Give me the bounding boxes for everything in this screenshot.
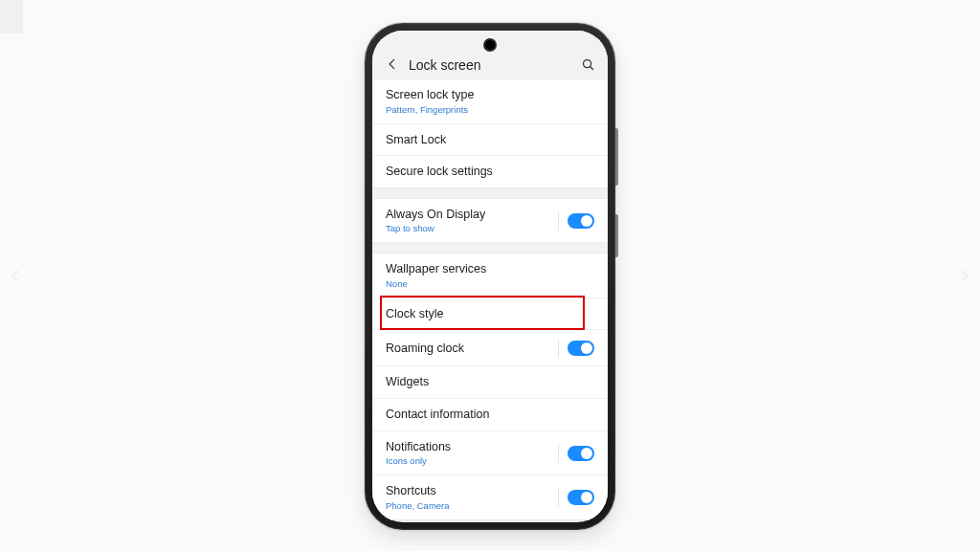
settings-group: Screen lock typePattern, FingerprintsSma…	[372, 78, 608, 188]
row-subtitle: None	[386, 278, 486, 290]
row-labels: Widgets	[386, 375, 429, 390]
settings-row-secure-lock[interactable]: Secure lock settings	[372, 155, 608, 187]
toggle-wrap	[554, 488, 594, 507]
row-title: Widgets	[386, 375, 429, 390]
row-title: Contact information	[386, 408, 489, 423]
phone-screen: Lock screen Screen lock typePattern, Fin…	[372, 31, 608, 522]
toggle-wrap	[554, 444, 594, 463]
app-bar: Lock screen	[372, 31, 608, 78]
row-title: Secure lock settings	[386, 165, 493, 180]
settings-row-notifications[interactable]: NotificationsIcons only	[372, 430, 608, 475]
row-title: Roaming clock	[386, 342, 464, 357]
toggle-divider	[558, 488, 559, 507]
page-title: Lock screen	[409, 57, 579, 73]
settings-row-always-on-display[interactable]: Always On DisplayTap to show	[372, 199, 608, 243]
settings-row-screen-lock-type[interactable]: Screen lock typePattern, Fingerprints	[372, 79, 608, 123]
row-labels: Clock style	[386, 307, 443, 322]
toggle-switch[interactable]	[568, 490, 594, 505]
settings-list: Screen lock typePattern, FingerprintsSma…	[372, 78, 608, 522]
row-subtitle: Tap to show	[386, 223, 485, 234]
toggle-divider	[558, 339, 559, 358]
toggle-divider	[558, 444, 559, 463]
search-button[interactable]	[579, 55, 596, 73]
row-labels: Secure lock settings	[386, 165, 493, 180]
row-labels: Smart Lock	[386, 133, 446, 148]
row-title: Always On Display	[386, 208, 485, 223]
settings-row-clock-style[interactable]: Clock style	[372, 298, 608, 330]
row-title: Clock style	[386, 307, 443, 322]
row-labels: Wallpaper servicesNone	[386, 262, 486, 290]
row-labels: Contact information	[386, 408, 489, 423]
page-corner-strip	[0, 0, 23, 33]
row-title: Wallpaper services	[386, 262, 486, 277]
settings-row-widgets[interactable]: Widgets	[372, 365, 608, 398]
settings-row-smart-lock[interactable]: Smart Lock	[372, 123, 608, 156]
row-labels: Always On DisplayTap to show	[386, 208, 485, 235]
toggle-knob	[581, 215, 592, 227]
row-labels: ShortcutsPhone, Camera	[386, 484, 450, 512]
toggle-divider	[558, 211, 559, 231]
toggle-switch[interactable]	[568, 446, 594, 461]
toggle-knob	[581, 342, 592, 354]
settings-row-shortcuts[interactable]: ShortcutsPhone, Camera	[372, 474, 608, 519]
carousel-next-icon	[957, 262, 972, 289]
carousel-prev-icon	[8, 262, 23, 289]
toggle-wrap	[554, 339, 594, 358]
settings-group: Always On DisplayTap to show	[372, 198, 608, 244]
phone-frame: Lock screen Screen lock typePattern, Fin…	[365, 23, 615, 530]
row-labels: NotificationsIcons only	[386, 440, 451, 468]
settings-group: Wallpaper servicesNoneClock styleRoaming…	[372, 253, 608, 519]
row-subtitle: Pattern, Fingerprints	[386, 104, 474, 116]
row-subtitle: Phone, Camera	[386, 500, 450, 512]
settings-row-roaming-clock[interactable]: Roaming clock	[372, 329, 608, 365]
toggle-wrap	[554, 211, 594, 231]
row-title: Notifications	[386, 440, 451, 455]
toggle-switch[interactable]	[568, 341, 594, 356]
toggle-switch[interactable]	[568, 213, 594, 229]
row-title: Smart Lock	[386, 133, 446, 148]
back-button[interactable]	[384, 55, 401, 73]
row-labels: Roaming clock	[386, 342, 464, 357]
row-title: Screen lock type	[386, 88, 474, 103]
camera-cutout	[485, 40, 495, 50]
toggle-knob	[581, 448, 592, 459]
settings-row-contact-info[interactable]: Contact information	[372, 398, 608, 430]
row-subtitle: Icons only	[386, 455, 451, 467]
row-title: Shortcuts	[386, 484, 450, 499]
toggle-knob	[581, 492, 592, 503]
svg-line-1	[590, 66, 592, 69]
settings-row-wallpaper-services[interactable]: Wallpaper servicesNone	[372, 253, 608, 298]
row-labels: Screen lock typePattern, Fingerprints	[386, 88, 474, 116]
